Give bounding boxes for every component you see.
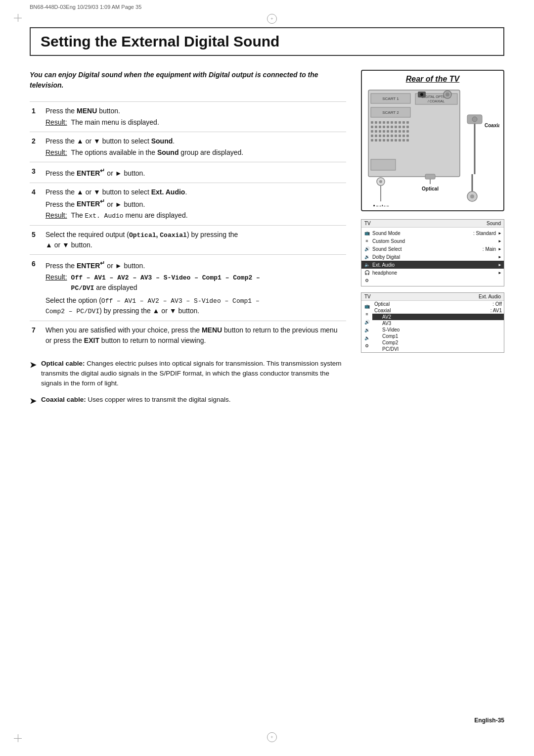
option-code-6a: Off – AV1 – AV2 – AV3 – S-Video – Comp1 … <box>101 297 260 305</box>
page-header: BN68-448D-03Eng 10/29/03 1:09 AM Page 35 <box>30 4 141 10</box>
svg-rect-62 <box>371 159 396 170</box>
extaudio-menu-header-left: TV <box>364 294 371 299</box>
svg-rect-14 <box>379 121 381 124</box>
step-2-content: Press the ▲ or ▼ button to select Sound.… <box>44 132 346 162</box>
registration-mark-top: + <box>267 14 277 24</box>
result-text-1: The main menu is displayed. <box>71 117 159 128</box>
step-2-number: 2 <box>30 132 44 162</box>
soundselect-arrow: ► <box>498 247 502 251</box>
extaudio-av3-row: AV3 <box>372 320 504 327</box>
sound-menu-screenshot: TV Sound 📺 Sound Mode : Standard ► ≡ Cus… <box>361 219 504 286</box>
step-7-content: When you are satisfied with your choice,… <box>44 321 346 350</box>
svg-rect-54 <box>379 139 381 142</box>
extaudio-row-icon2: ≡ <box>361 310 372 318</box>
soundmode-icon: 📺 <box>363 230 370 236</box>
step-6-instruction: Press the ENTER↵ or ► button. <box>45 259 344 271</box>
step-3-instruction: Press the ENTER↵ or ► button. <box>45 166 344 179</box>
svg-text:SCART 2: SCART 2 <box>382 110 399 115</box>
step-4-enter-bold: ENTER↵ <box>77 200 105 208</box>
extaudio-optical-value: : Off <box>492 301 502 307</box>
step-7-exit-bold: EXIT <box>84 336 99 344</box>
steps-table: 1 Press the MENU button. Result: The mai… <box>30 101 346 350</box>
svg-rect-34 <box>379 130 381 133</box>
sound-menu-row-extra: ⚙ <box>361 277 504 284</box>
svg-text:Optical: Optical <box>422 186 439 191</box>
step-5-optical-coaxial-bold: Optical, Coaxial <box>129 231 187 238</box>
registration-mark-bottom: + <box>267 732 277 742</box>
step-1-content: Press the MENU button. Result: The main … <box>44 102 346 132</box>
extaudio-menu-body: 📺 ≡ 🔊 🔉 🔈 <box>361 301 504 352</box>
step-6-row: 6 Press the ENTER↵ or ► button. Result: … <box>30 255 346 321</box>
svg-rect-19 <box>399 121 401 124</box>
step-6-result: Result: Off – AV1 – AV2 – AV3 – S-Video … <box>45 272 344 293</box>
svg-rect-39 <box>399 130 401 133</box>
extaudio-code: Ext. Audio <box>85 212 124 220</box>
note-coaxial: ➤ Coaxial cable: Uses copper wires to tr… <box>30 395 346 407</box>
extaudio-icons-col: 📺 ≡ 🔊 🔉 🔈 <box>361 301 372 352</box>
extaudio-icon3: 🔊 <box>363 319 370 326</box>
svg-rect-59 <box>399 139 401 142</box>
step-4-content: Press the ▲ or ▼ button to select Ext. A… <box>44 183 346 225</box>
svg-rect-28 <box>395 126 397 128</box>
svg-point-75 <box>470 194 474 198</box>
step-4-result: Result: The Ext. Audio menu are displaye… <box>45 210 344 221</box>
extaudio-av3-text: AV3 <box>374 321 502 326</box>
extaudio-coaxial-text: Coaxial <box>374 308 489 313</box>
note-coaxial-arrow: ➤ <box>30 395 36 407</box>
svg-rect-35 <box>383 130 385 133</box>
svg-rect-47 <box>391 135 393 137</box>
rear-tv-label: Rear of the TV <box>406 75 459 83</box>
step-6-result-bold: Off – AV1 – AV2 – AV3 – S-Video – Comp1 … <box>71 273 260 292</box>
svg-rect-43 <box>375 135 377 137</box>
step-5-row: 5 Select the required output (Optical, C… <box>30 225 346 255</box>
svg-rect-60 <box>402 139 405 142</box>
note-optical-arrow: ➤ <box>30 359 36 389</box>
step-6-number: 6 <box>30 255 44 321</box>
extaudio-icon2: ≡ <box>363 311 370 318</box>
coaxial-code: Coaxial <box>160 232 187 239</box>
step-5-instruction: Select the required output (Optical, Coa… <box>45 230 344 240</box>
extaudio-row-icon4: 🔉 <box>361 326 372 334</box>
svg-rect-33 <box>375 130 377 133</box>
svg-point-73 <box>472 117 477 122</box>
extaudio-row-icon5: 🔈 <box>361 334 372 342</box>
page-number: English-35 <box>474 717 504 724</box>
svg-rect-61 <box>406 139 409 142</box>
svg-text:SCART 1: SCART 1 <box>382 96 399 101</box>
result-label-1: Result: <box>45 117 67 128</box>
step-2-sound-bold: Sound <box>151 137 173 145</box>
step-2-row: 2 Press the ▲ or ▼ button to select Soun… <box>30 132 346 162</box>
extaudio-options-col: Optical : Off Coaxial : AV1 AV2 AV3 <box>372 301 504 352</box>
svg-rect-44 <box>379 135 381 137</box>
optical-code: Optical <box>129 232 156 239</box>
soundselect-text: Sound Select <box>372 246 481 252</box>
svg-rect-57 <box>391 139 393 142</box>
step-1-result: Result: The main menu is displayed. <box>45 117 344 128</box>
soundselect-icon: 🔊 <box>363 245 370 252</box>
step-5-content: Select the required output (Optical, Coa… <box>44 225 346 255</box>
svg-rect-32 <box>371 130 373 133</box>
svg-rect-55 <box>383 139 385 142</box>
step-5-line2: ▲ or ▼ button. <box>45 240 344 250</box>
svg-rect-45 <box>383 135 385 137</box>
step-1-instruction: Press the MENU button. <box>45 106 344 116</box>
extaudio-menu-screenshot: TV Ext. Audio 📺 ≡ 🔊 <box>361 292 504 353</box>
note-optical-text: Changes electric pulses into optical sig… <box>41 360 342 387</box>
extaudio-av2-row: AV2 <box>372 314 504 320</box>
extaudio-av2-text: AV2 <box>374 314 502 320</box>
extaudio-menu-header: TV Ext. Audio <box>361 293 504 301</box>
sound-menu-rows: 📺 Sound Mode : Standard ► ≡ Custom Sound… <box>361 228 504 286</box>
svg-rect-20 <box>402 121 405 124</box>
svg-rect-42 <box>371 135 373 137</box>
extaudio-row-icon1: 📺 <box>361 302 372 310</box>
svg-rect-24 <box>379 126 381 128</box>
sound-bold-inline: Sound <box>157 148 179 156</box>
svg-rect-38 <box>395 130 397 133</box>
extaudio-icon: 🔈 <box>363 261 370 268</box>
rear-tv-box: Rear of the TV SCART 1 DIGITAL OP <box>361 70 504 211</box>
sound-menu-row-soundselect: 🔊 Sound Select : Main ► <box>361 245 504 253</box>
headphone-text: headphone <box>372 270 494 276</box>
customsound-icon: ≡ <box>363 237 370 244</box>
note-coaxial-text: Uses copper wires to transmit the digita… <box>88 396 231 403</box>
sound-menu-header-right: Sound <box>487 221 501 226</box>
